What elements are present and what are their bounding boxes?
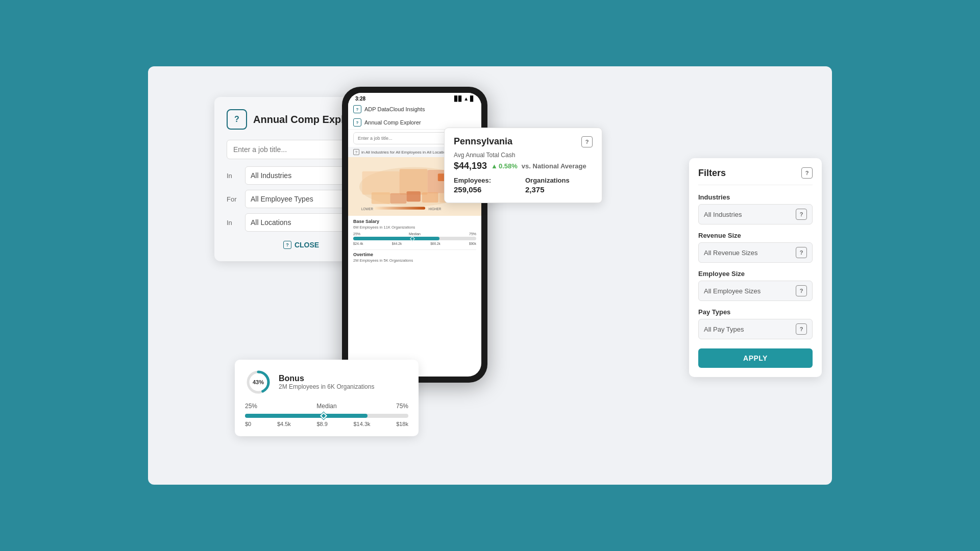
bonus-label-p75: $14.3k [353, 421, 370, 427]
bonus-card: 43% Bonus 2M Employees in 6K Organizatio… [235, 360, 419, 436]
pa-employees-label: Employees: [454, 177, 521, 184]
filter-group-industries: Industries All Industries ? [698, 193, 813, 224]
phone-base-salary-sub: 6M Employees in 11K Organizations [353, 225, 476, 230]
pa-tooltip-header: Pennsylvania ? [454, 136, 593, 147]
filter-industries-help[interactable]: ? [796, 209, 807, 220]
in-label-1: In [227, 172, 241, 180]
pa-change-arrow: ▲ [491, 162, 498, 170]
bonus-label-p25: $4.5k [277, 421, 291, 427]
phone-filter-help: ? [353, 149, 359, 155]
svg-rect-6 [390, 193, 406, 204]
bonus-bar-track [245, 414, 408, 418]
ace-app-name: Annual Comp Explorer [364, 119, 421, 126]
filter-employee-size-select[interactable]: All Employee Sizes ? [698, 281, 813, 301]
svg-text:LOWER: LOWER [361, 207, 374, 211]
close-icon: ? [283, 241, 291, 249]
pa-orgs-value: 2,375 [525, 185, 545, 194]
phone-base-salary-section: Base Salary 6M Employees in 11K Organiza… [348, 216, 481, 268]
svg-rect-3 [400, 169, 428, 194]
bonus-p75: 75% [396, 403, 408, 410]
svg-rect-2 [362, 171, 399, 195]
close-label: CLOSE [295, 241, 319, 249]
for-label: For [227, 195, 241, 203]
phone-median-label: Median [409, 232, 421, 236]
phone-axis-3: $66.2k [430, 242, 440, 245]
pa-change-number: 0.58% [499, 162, 518, 170]
filter-group-revenue: Revenue Size All Revenue Sizes ? [698, 232, 813, 263]
pa-grid: Employees: 259,056 Organizations 2,375 [454, 177, 593, 194]
filter-revenue-help[interactable]: ? [796, 247, 807, 258]
apply-button[interactable]: APPLY [698, 348, 813, 368]
filters-help-icon[interactable]: ? [801, 167, 813, 179]
pa-state-name: Pennsylvania [454, 136, 512, 147]
filters-header: Filters ? [698, 167, 813, 185]
bonus-bar-fill [245, 414, 368, 418]
bonus-title: Bonus [279, 374, 374, 383]
phone-overtime-title: Overtime [353, 252, 476, 257]
filter-employee-size-value: All Employee Sizes [704, 287, 761, 295]
svg-rect-8 [422, 192, 438, 203]
filter-pay-types-label: Pay Types [698, 308, 813, 316]
bonus-p25: 25% [245, 403, 257, 410]
bonus-axis-labels: $0 $4.5k $8.9 $14.3k $18k [245, 421, 408, 427]
phone-signals: ▊▊ ▲ ▊ [454, 96, 474, 102]
pa-change-text: vs. National Average [522, 162, 586, 170]
svg-rect-7 [406, 191, 420, 202]
bonus-label-min: $0 [245, 421, 251, 427]
phone-overtime-sub: 2M Employees in 5K Organizations [353, 258, 476, 263]
main-container: ? Annual Comp Explorer ? In All Industri… [148, 66, 832, 485]
filter-revenue-value: All Revenue Sizes [704, 249, 758, 257]
phone-p75-label: 75% [469, 232, 476, 236]
pa-orgs-label: Organizations [525, 177, 593, 184]
employee-type-value: All Employee Types [251, 195, 313, 203]
pa-cash-value: $44,193 [454, 161, 487, 171]
filter-employee-size-label: Employee Size [698, 270, 813, 278]
adp-app-name: ADP DataCloud Insights [364, 106, 425, 112]
phone-time: 3:28 [355, 96, 365, 102]
pa-tooltip: Pennsylvania ? Avg Annual Total Cash $44… [444, 128, 602, 203]
ace-app-icon: ? [353, 118, 361, 127]
phone-p25-label: 25% [353, 232, 360, 236]
filter-revenue-label: Revenue Size [698, 232, 813, 239]
bonus-info: Bonus 2M Employees in 6K Organizations [279, 374, 374, 390]
phone-app-row-1: ? ADP DataCloud Insights [348, 103, 481, 116]
svg-rect-12 [374, 207, 425, 209]
filters-title: Filters [698, 168, 726, 179]
filter-pay-types-select[interactable]: All Pay Types ? [698, 319, 813, 339]
phone-axis-1: $24.4k [353, 242, 363, 245]
phone-base-salary-fill [353, 237, 439, 240]
pa-employees-value: 259,056 [454, 185, 481, 194]
phone-base-salary-title: Base Salary [353, 219, 476, 224]
filter-pay-types-value: All Pay Types [704, 325, 744, 333]
pa-value-row: $44,193 ▲ 0.58% vs. National Average [454, 161, 593, 171]
phone-base-salary-axis: $24.4k $44.2k $66.2k $90k [353, 242, 476, 245]
bonus-stats: 25% Median 75% [245, 403, 408, 410]
phone-app-header: ? ADP DataCloud Insights ? Annual Comp E… [348, 103, 481, 130]
phone-base-salary-bar [353, 237, 476, 240]
in-label-2: In [227, 219, 241, 227]
filter-group-pay-types: Pay Types All Pay Types ? [698, 308, 813, 339]
filters-card: Filters ? Industries All Industries ? Re… [689, 158, 822, 377]
svg-rect-5 [372, 192, 390, 204]
phone-base-salary-labels: 25% Median 75% [353, 232, 476, 236]
phone-axis-2: $44.2k [392, 242, 402, 245]
filter-revenue-select[interactable]: All Revenue Sizes ? [698, 242, 813, 263]
svg-text:HIGHER: HIGHER [429, 207, 442, 211]
bonus-label-max: $18k [396, 421, 408, 427]
filter-industries-value: All Industries [704, 211, 742, 218]
filter-industries-select[interactable]: All Industries ? [698, 204, 813, 224]
pa-orgs-item: Organizations 2,375 [525, 177, 593, 194]
phone-axis-4: $90k [469, 242, 476, 245]
pa-help-icon[interactable]: ? [581, 136, 593, 147]
bonus-donut-chart: 43% [245, 369, 272, 395]
adp-app-icon: ? [353, 105, 361, 113]
filter-employee-size-help[interactable]: ? [796, 285, 807, 296]
filter-pay-types-help[interactable]: ? [796, 323, 807, 335]
bonus-percentage: 43% [253, 379, 264, 385]
phone-filter-text: in All Industries for All Employees in A… [361, 150, 450, 155]
phone-divider [353, 249, 476, 250]
industry-value: All Industries [251, 171, 291, 180]
location-value: All Locations [251, 218, 291, 227]
bonus-header: 43% Bonus 2M Employees in 6K Organizatio… [245, 369, 408, 395]
ace-icon: ? [227, 109, 247, 130]
